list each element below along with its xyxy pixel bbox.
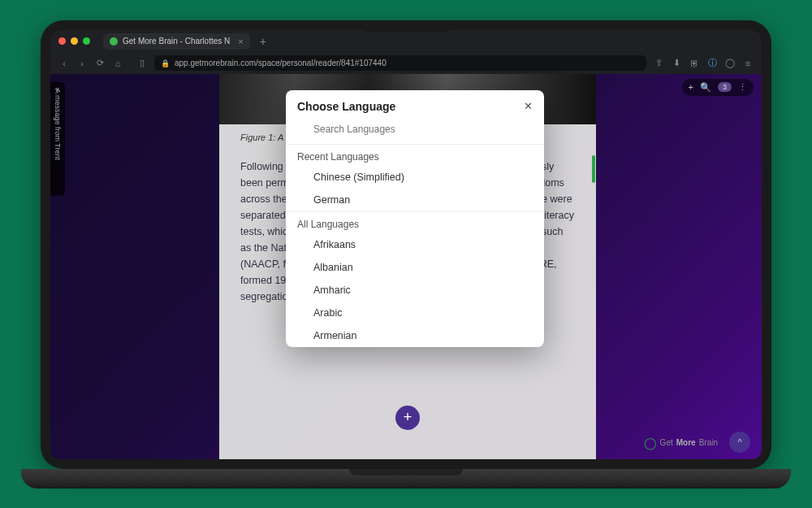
chevron-up-icon: ^ bbox=[737, 437, 741, 447]
bookmark-icon[interactable]: ▯ bbox=[136, 58, 148, 68]
right-toolbar: + 🔍 3 ⋮ bbox=[682, 79, 754, 96]
language-option[interactable]: Arabic bbox=[286, 302, 544, 324]
address-bar: ‹ › ⟳ ⌂ ▯ 🔒 app.getmorebrain.com/space/p… bbox=[50, 53, 762, 74]
url-field[interactable]: 🔒 app.getmorebrain.com/space/personal/re… bbox=[154, 55, 646, 71]
profile-icon[interactable]: ◯ bbox=[724, 58, 736, 68]
minimize-window-button[interactable] bbox=[71, 37, 78, 45]
address-right-icons: ⇪ ⬇ ⛨ ⓘ ◯ ≡ bbox=[653, 57, 754, 69]
modal-header: Choose Language ✕ bbox=[286, 90, 544, 116]
plus-icon: + bbox=[404, 409, 412, 426]
forward-icon[interactable]: › bbox=[76, 59, 88, 68]
download-icon[interactable]: ⬇ bbox=[671, 58, 682, 68]
side-panel-label: A message from Trent bbox=[54, 89, 62, 160]
camera-notch bbox=[361, 20, 451, 32]
toolbar-badge[interactable]: 3 bbox=[718, 82, 732, 92]
plus-icon[interactable]: + bbox=[689, 82, 693, 92]
modal-title: Choose Language bbox=[297, 100, 395, 113]
reload-icon[interactable]: ⟳ bbox=[94, 58, 106, 68]
footer-brand[interactable]: ◯ Get More Brain bbox=[644, 436, 718, 449]
brand-pre: Get bbox=[660, 438, 673, 447]
footer-fab-button[interactable]: ^ bbox=[729, 432, 750, 453]
search-row bbox=[286, 116, 544, 144]
app-viewport: × A message from Trent + 🔍 3 ⋮ Figure 1:… bbox=[50, 74, 762, 459]
laptop-hinge bbox=[349, 469, 463, 475]
url-text: app.getmorebrain.com/space/personal/read… bbox=[175, 59, 387, 67]
language-option[interactable]: Chinese (Simplified) bbox=[286, 166, 544, 189]
back-icon[interactable]: ‹ bbox=[58, 59, 70, 68]
side-panel-tab[interactable]: × A message from Trent bbox=[50, 82, 65, 196]
maximize-window-button[interactable] bbox=[83, 37, 90, 45]
lock-icon: 🔒 bbox=[161, 59, 170, 67]
laptop-body: Get More Brain - Charlottes N × + ‹ › ⟳ … bbox=[41, 20, 771, 469]
home-icon[interactable]: ⌂ bbox=[112, 59, 123, 68]
brand-mid: More bbox=[676, 438, 696, 447]
language-modal: Choose Language ✕ Recent Languages Chine… bbox=[286, 90, 544, 347]
language-option[interactable]: Amharic bbox=[286, 279, 544, 302]
browser-tab[interactable]: Get More Brain - Charlottes N × bbox=[103, 33, 250, 50]
laptop-base bbox=[21, 469, 791, 488]
menu-icon[interactable]: ≡ bbox=[742, 59, 754, 68]
tab-bar: Get More Brain - Charlottes N × + bbox=[50, 30, 762, 53]
brand-post: Brain bbox=[699, 438, 718, 447]
language-option[interactable]: Armenian bbox=[286, 324, 544, 347]
browser-chrome: Get More Brain - Charlottes N × + ‹ › ⟳ … bbox=[50, 30, 762, 74]
new-tab-button[interactable]: + bbox=[255, 35, 271, 48]
tab-title: Get More Brain - Charlottes N bbox=[123, 37, 230, 46]
language-option[interactable]: Albanian bbox=[286, 256, 544, 279]
more-icon[interactable]: ⋮ bbox=[738, 82, 747, 93]
favicon-icon bbox=[110, 37, 118, 46]
info-icon[interactable]: ⓘ bbox=[706, 57, 718, 69]
all-languages-label: All Languages bbox=[286, 211, 544, 233]
language-option[interactable]: German bbox=[286, 189, 544, 211]
shield-icon[interactable]: ⛨ bbox=[689, 59, 700, 68]
scrollbar-thumb[interactable] bbox=[592, 155, 595, 183]
tab-close-icon[interactable]: × bbox=[238, 37, 243, 46]
close-window-button[interactable] bbox=[58, 37, 66, 45]
add-fab-button[interactable]: + bbox=[395, 406, 420, 430]
window-controls bbox=[58, 37, 90, 45]
share-icon[interactable]: ⇪ bbox=[653, 58, 664, 68]
laptop-frame: Get More Brain - Charlottes N × + ‹ › ⟳ … bbox=[21, 20, 791, 488]
chat-icon: ◯ bbox=[644, 436, 657, 449]
language-option[interactable]: Afrikaans bbox=[286, 233, 544, 256]
language-search-input[interactable] bbox=[297, 124, 533, 135]
screen: Get More Brain - Charlottes N × + ‹ › ⟳ … bbox=[50, 30, 762, 459]
modal-close-button[interactable]: ✕ bbox=[524, 100, 533, 112]
search-icon[interactable]: 🔍 bbox=[700, 82, 711, 93]
recent-languages-label: Recent Languages bbox=[286, 144, 544, 166]
